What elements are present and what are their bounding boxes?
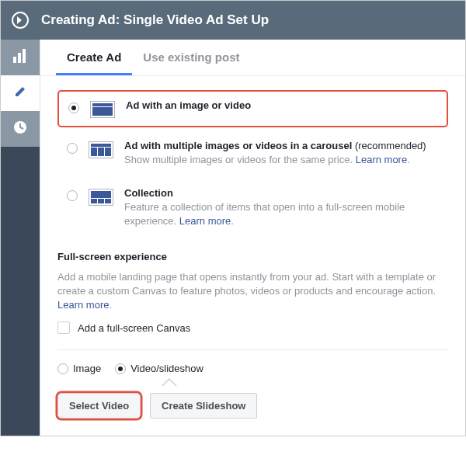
thumb-single-icon <box>90 101 115 118</box>
canvas-checkbox-label: Add a full-screen Canvas <box>78 322 190 334</box>
radio-video[interactable] <box>115 363 126 374</box>
radio-collection[interactable] <box>67 190 78 201</box>
divider <box>57 349 448 350</box>
pointer-triangle-icon <box>162 378 177 386</box>
media-option-video[interactable]: Video/slideshow <box>115 363 203 374</box>
canvas-checkbox[interactable] <box>57 321 70 334</box>
media-option-image[interactable]: Image <box>57 363 101 374</box>
format-option-single[interactable]: Ad with an image or video <box>57 90 448 127</box>
svg-rect-1 <box>18 53 21 63</box>
tab-create-ad[interactable]: Create Ad <box>56 40 132 75</box>
radio-image[interactable] <box>57 363 68 374</box>
format-collection-title: Collection <box>124 187 439 199</box>
format-carousel-desc: Show multiple images or videos for the s… <box>124 153 439 167</box>
button-row: Select Video Create Slideshow <box>57 393 448 419</box>
sidebar <box>1 40 40 436</box>
format-carousel-title: Ad with multiple images or videos in a c… <box>124 140 439 151</box>
pencil-icon <box>14 85 26 101</box>
media-video-label: Video/slideshow <box>130 363 203 374</box>
media-image-label: Image <box>73 363 101 374</box>
canvas-checkbox-row[interactable]: Add a full-screen Canvas <box>57 321 448 334</box>
sidebar-item-edit[interactable] <box>1 75 40 111</box>
format-option-collection[interactable]: Collection Feature a collection of items… <box>57 179 448 236</box>
sidebar-item-insights[interactable] <box>1 40 40 75</box>
thumb-collection-icon <box>89 189 113 206</box>
learn-more-link[interactable]: Learn more <box>179 215 231 227</box>
thumb-carousel-icon <box>89 141 113 158</box>
collapse-icon[interactable] <box>12 12 29 29</box>
svg-rect-2 <box>23 49 26 63</box>
learn-more-link[interactable]: Learn more <box>57 299 109 311</box>
app-frame: Creating Ad: Single Video Ad Set Up <box>0 0 466 436</box>
learn-more-link[interactable]: Learn more <box>356 154 407 165</box>
content-pane: Create Ad Use existing post Ad with an i… <box>40 40 465 436</box>
format-collection-desc: Feature a collection of items that open … <box>124 200 439 228</box>
svg-rect-0 <box>13 57 16 63</box>
sidebar-item-history[interactable] <box>1 111 40 147</box>
header-title: Creating Ad: Single Video Ad Set Up <box>41 12 269 28</box>
tabs: Create Ad Use existing post <box>40 40 465 76</box>
clock-icon <box>13 120 27 137</box>
radio-single[interactable] <box>68 102 79 113</box>
select-video-button[interactable]: Select Video <box>57 393 141 419</box>
bar-chart-icon <box>13 49 27 66</box>
format-option-carousel[interactable]: Ad with multiple images or videos in a c… <box>57 132 448 175</box>
create-slideshow-button[interactable]: Create Slideshow <box>150 393 257 419</box>
fse-heading: Full-screen experience <box>57 251 448 262</box>
media-type-row: Image Video/slideshow <box>57 363 448 374</box>
header-bar: Creating Ad: Single Video Ad Set Up <box>1 1 465 40</box>
fse-description: Add a mobile landing page that opens ins… <box>57 270 448 313</box>
tab-use-existing[interactable]: Use existing post <box>132 40 250 75</box>
radio-carousel[interactable] <box>67 143 78 154</box>
format-single-title: Ad with an image or video <box>126 99 437 111</box>
